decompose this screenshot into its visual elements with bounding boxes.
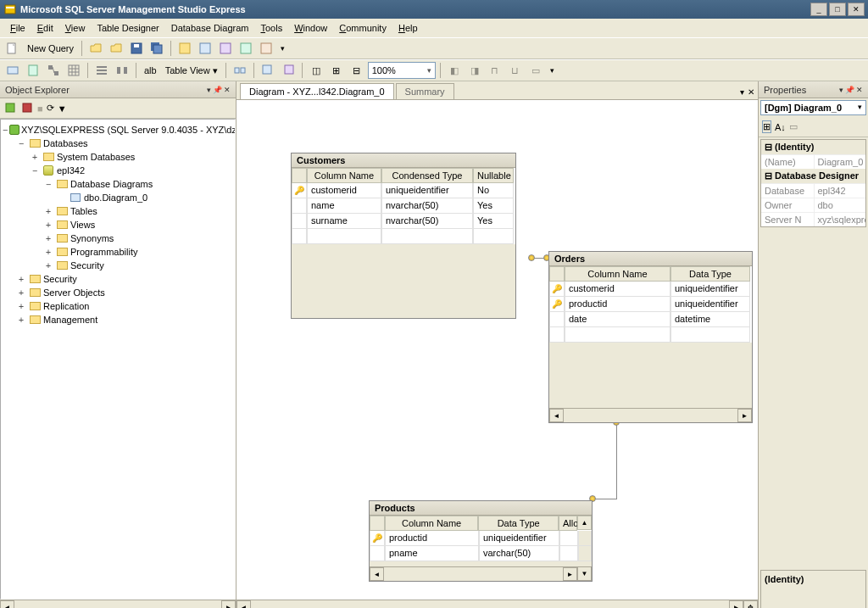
oe-dropdown-icon[interactable]: ▾ bbox=[207, 86, 211, 94]
tree-views[interactable]: +Views bbox=[1, 218, 235, 231]
oe-filter-icon[interactable]: ▼ bbox=[58, 103, 67, 114]
orders-hscroll[interactable]: ◄► bbox=[549, 408, 752, 422]
menu-edit[interactable]: Edit bbox=[32, 21, 58, 35]
products-vscroll-down[interactable]: ▼ bbox=[577, 566, 592, 581]
tb2-p-icon[interactable]: ⊔ bbox=[506, 61, 525, 80]
table-row[interactable]: pnamevarchar(50) bbox=[370, 546, 592, 561]
zoom-combo[interactable]: 100% bbox=[368, 62, 436, 79]
menu-help[interactable]: Help bbox=[393, 21, 423, 35]
oe-refresh-icon[interactable]: ⟳ bbox=[47, 103, 54, 114]
oe-connect-icon[interactable] bbox=[3, 101, 17, 116]
tree-security2[interactable]: +Security bbox=[1, 272, 235, 286]
tb2-b-icon[interactable] bbox=[24, 61, 42, 80]
tb2-h-icon[interactable] bbox=[259, 61, 277, 80]
properties-selector[interactable]: [Dgm] Diagram_0▾ bbox=[760, 100, 866, 115]
products-hscroll[interactable]: ◄► bbox=[370, 566, 577, 581]
tree-replication[interactable]: +Replication bbox=[1, 299, 235, 313]
tb2-g-icon[interactable] bbox=[231, 61, 249, 80]
tree-programmability[interactable]: +Programmability bbox=[1, 245, 235, 259]
properties-grid[interactable]: ⊟ (Identity) (Name)Diagram_0 ⊟ Database … bbox=[760, 139, 866, 227]
tb2-o-icon[interactable]: ⊓ bbox=[486, 61, 504, 80]
table-row[interactable]: namenvarchar(50)Yes bbox=[292, 198, 515, 214]
menu-table-designer[interactable]: Table Designer bbox=[92, 21, 164, 35]
prop-alpha-icon[interactable]: A↓ bbox=[775, 122, 786, 132]
menu-window[interactable]: Window bbox=[289, 21, 332, 35]
tb2-l-icon[interactable]: ⊟ bbox=[348, 61, 366, 80]
new-query-button[interactable]: New Query bbox=[24, 43, 77, 53]
tb2-a-icon[interactable] bbox=[3, 61, 22, 80]
prop-pin-icon[interactable]: 📌 bbox=[845, 86, 854, 94]
expand-icon[interactable]: ⊟ bbox=[765, 170, 772, 181]
tree-diagram0[interactable]: dbo.Diagram_0 bbox=[1, 191, 235, 204]
minimize-button[interactable]: _ bbox=[810, 3, 827, 16]
prop-dropdown-icon[interactable]: ▾ bbox=[839, 86, 843, 94]
diagram-canvas[interactable]: Customers Column NameCondensed TypeNulla… bbox=[236, 100, 758, 600]
new-query-icon[interactable] bbox=[3, 39, 22, 58]
table-row[interactable]: 🔑customeriduniqueidentifier bbox=[549, 282, 752, 297]
menu-community[interactable]: Community bbox=[334, 21, 392, 35]
tree-epl342[interactable]: −epl342 bbox=[1, 164, 235, 177]
table-row[interactable] bbox=[549, 327, 752, 343]
table-orders[interactable]: Orders Column NameData Type 🔑customeridu… bbox=[548, 251, 753, 423]
tree-server[interactable]: −XYZ\SQLEXPRESS (SQL Server 9.0.4035 - X… bbox=[1, 123, 235, 137]
menu-database-diagram[interactable]: Database Diagram bbox=[166, 21, 254, 35]
table-row[interactable] bbox=[292, 229, 515, 244]
table-products[interactable]: Products Column NameData TypeAllo▲ 🔑prod… bbox=[369, 500, 593, 582]
tb-t5-icon[interactable] bbox=[257, 39, 275, 58]
tb2-i-icon[interactable] bbox=[279, 61, 298, 80]
tb2-d-icon[interactable] bbox=[64, 61, 83, 80]
tb-t3-icon[interactable] bbox=[216, 39, 235, 58]
prop-pages-icon[interactable]: ▭ bbox=[789, 121, 798, 132]
tb-t4-icon[interactable] bbox=[236, 39, 255, 58]
tree-database-diagrams[interactable]: −Database Diagrams bbox=[1, 177, 235, 191]
tb-t1-icon[interactable] bbox=[175, 39, 194, 58]
expand-icon[interactable]: ⊟ bbox=[765, 142, 772, 152]
tb2-n-icon[interactable]: ◨ bbox=[465, 61, 484, 80]
tab-diagram[interactable]: Diagram - XYZ...l342.Diagram_0 bbox=[240, 83, 394, 99]
table-customers-title[interactable]: Customers bbox=[292, 153, 515, 168]
tree-system-databases[interactable]: +System Databases bbox=[1, 150, 235, 164]
tb2-c-icon[interactable] bbox=[44, 61, 63, 80]
tb2-m-icon[interactable]: ◧ bbox=[445, 61, 464, 80]
canvas-hscroll[interactable]: ◄► ✥ bbox=[236, 600, 758, 608]
tb2-f-icon[interactable] bbox=[113, 61, 131, 80]
canvas-pan-icon[interactable]: ✥ bbox=[743, 600, 758, 608]
tree-security[interactable]: +Security bbox=[1, 259, 235, 272]
menu-view[interactable]: View bbox=[60, 21, 91, 35]
table-row[interactable]: 🔑customeriduniqueidentifierNo bbox=[292, 183, 515, 198]
tb2-j-icon[interactable]: ◫ bbox=[307, 61, 326, 80]
close-button[interactable]: ✕ bbox=[848, 3, 865, 16]
tb2-q-icon[interactable]: ▭ bbox=[526, 61, 545, 80]
tb-open2-icon[interactable] bbox=[107, 39, 125, 58]
tb-open-icon[interactable] bbox=[86, 39, 105, 58]
tb2-k-icon[interactable]: ⊞ bbox=[327, 61, 346, 80]
menu-tools[interactable]: Tools bbox=[255, 21, 287, 35]
tree-server-objects[interactable]: +Server Objects bbox=[1, 286, 235, 299]
tree-management[interactable]: +Management bbox=[1, 313, 235, 326]
table-orders-title[interactable]: Orders bbox=[549, 252, 752, 266]
prop-close-icon[interactable]: ✕ bbox=[856, 86, 863, 94]
table-row[interactable]: surnamenvarchar(50)Yes bbox=[292, 214, 515, 229]
oe-disconnect-icon[interactable] bbox=[20, 101, 34, 116]
object-explorer-tree[interactable]: −XYZ\SQLEXPRESS (SQL Server 9.0.4035 - X… bbox=[0, 119, 236, 600]
tree-synonyms[interactable]: +Synonyms bbox=[1, 231, 235, 245]
menu-file[interactable]: File bbox=[5, 21, 31, 35]
tab-summary[interactable]: Summary bbox=[396, 83, 454, 99]
tree-tables[interactable]: +Tables bbox=[1, 204, 235, 218]
tb-t2-icon[interactable] bbox=[196, 39, 214, 58]
table-row[interactable]: datedatetime bbox=[549, 312, 752, 327]
tb-save-icon[interactable] bbox=[127, 39, 146, 58]
tree-databases[interactable]: −Databases bbox=[1, 137, 235, 150]
oe-pin-icon[interactable]: 📌 bbox=[213, 86, 222, 94]
oe-close-icon[interactable]: ✕ bbox=[224, 86, 231, 94]
tab-close-icon[interactable]: ✕ bbox=[748, 87, 754, 97]
table-row[interactable]: 🔑productiduniqueidentifier bbox=[549, 297, 752, 312]
table-customers[interactable]: Customers Column NameCondensed TypeNulla… bbox=[291, 153, 516, 319]
table-row[interactable]: 🔑productiduniqueidentifier bbox=[370, 531, 592, 546]
table-products-title[interactable]: Products bbox=[370, 501, 592, 516]
toolbar2-overflow-icon[interactable]: ▾ bbox=[547, 66, 558, 75]
table-view-button[interactable]: Table View ▾ bbox=[162, 65, 221, 76]
tb-saveall-icon[interactable] bbox=[147, 39, 166, 58]
toolbar-overflow-icon[interactable]: ▾ bbox=[277, 44, 288, 53]
oe-hscroll[interactable]: ◄► bbox=[0, 600, 236, 608]
